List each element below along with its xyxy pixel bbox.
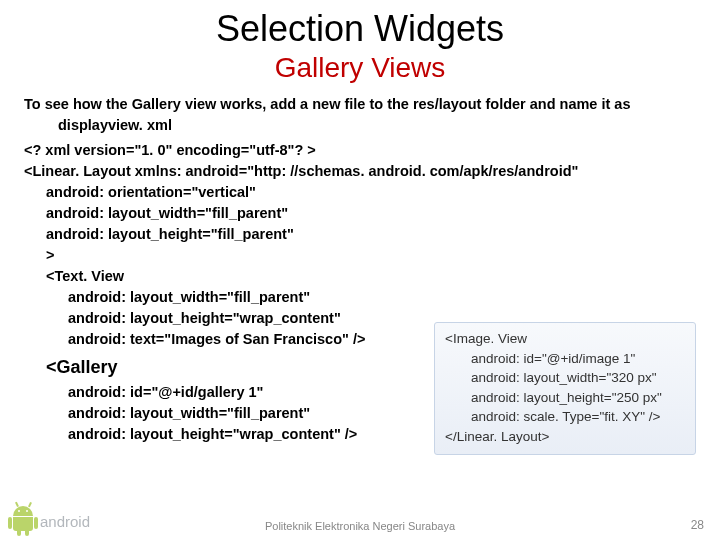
gallery-tag: <Gallery <box>24 354 424 380</box>
code-line: android: layout_width="fill_parent" <box>24 403 424 424</box>
intro-line2: displayview. xml <box>24 117 172 133</box>
code-line: android: layout_height="fill_parent" <box>24 224 696 245</box>
callout-line: android: layout_height="250 px" <box>445 388 685 408</box>
callout-line: <Image. View <box>445 329 685 349</box>
code-line: android: layout_width="fill_parent" <box>24 287 424 308</box>
code-callout-box: <Image. View android: id="@+id/image 1" … <box>434 322 696 455</box>
footer-text: Politeknik Elektronika Negeri Surabaya <box>0 520 720 532</box>
code-line: <? xml version="1. 0" encoding="utf-8"? … <box>24 140 696 161</box>
code-line: > <box>24 245 696 266</box>
code-line: android: id="@+id/gallery 1" <box>24 382 424 403</box>
callout-line: </Linear. Layout> <box>445 427 685 447</box>
callout-line: android: layout_width="320 px" <box>445 368 685 388</box>
code-line: android: layout_height="wrap_content" <box>24 308 424 329</box>
code-line: android: layout_height="wrap_content" /> <box>24 424 424 445</box>
page-number: 28 <box>691 518 704 532</box>
callout-line: android: scale. Type="fit. XY" /> <box>445 407 685 427</box>
code-line: <Text. View <box>24 266 424 287</box>
intro-line1: To see how the Gallery view works, add a… <box>24 96 630 112</box>
callout-line: android: id="@+id/image 1" <box>445 349 685 369</box>
slide-title: Selection Widgets <box>0 8 720 50</box>
code-line: android: layout_width="fill_parent" <box>24 203 696 224</box>
slide-subtitle: Gallery Views <box>0 52 720 84</box>
code-line: android: text="Images of San Francisco" … <box>24 329 424 350</box>
code-line: android: orientation="vertical" <box>24 182 696 203</box>
intro-text: To see how the Gallery view works, add a… <box>24 94 696 136</box>
code-line: <Linear. Layout xmlns: android="http: //… <box>24 161 696 182</box>
